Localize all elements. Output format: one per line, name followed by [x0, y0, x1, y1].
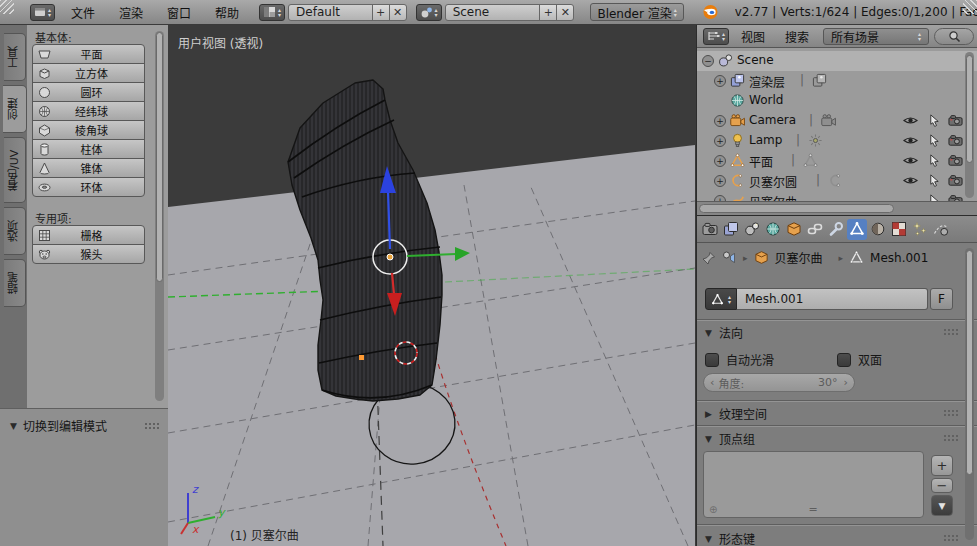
renderable-camera-icon[interactable] — [948, 154, 963, 167]
tab-options[interactable]: 选项 — [4, 207, 26, 255]
outliner-horizontal-scrollbar[interactable] — [697, 201, 977, 215]
tab-constraints[interactable] — [805, 219, 825, 240]
add-layout-button[interactable]: + — [372, 4, 390, 21]
texture-space-panel-header[interactable]: ▶ 纹理空间 — [705, 405, 967, 422]
operator-panel-header[interactable]: ▼ 切换到编辑模式 — [0, 409, 168, 434]
add-grid-button[interactable]: 栅格 — [32, 225, 145, 245]
menu-window[interactable]: 窗口 — [167, 4, 191, 21]
outliner-row-world[interactable]: World — [697, 91, 977, 111]
add-cylinder-button[interactable]: 柱体 — [32, 139, 145, 159]
tab-create[interactable]: 创建 — [3, 85, 27, 133]
double-sided-checkbox[interactable]: 双面 — [837, 351, 882, 368]
scrollbar-thumb[interactable] — [966, 250, 973, 475]
breadcrumb-object-name[interactable]: 贝塞尔曲 — [775, 249, 823, 266]
panel-grip-icon[interactable] — [144, 422, 160, 431]
panel-grip-icon[interactable] — [943, 409, 959, 418]
tab-object-data[interactable] — [847, 219, 867, 240]
tab-object[interactable] — [784, 219, 804, 240]
scrollbar-thumb[interactable] — [156, 32, 163, 282]
scene-name-field[interactable]: Scene — [445, 4, 541, 21]
tool-shelf-scrollbar[interactable] — [155, 31, 164, 401]
tab-grease-pencil[interactable]: 蜡笔 — [4, 259, 26, 307]
selectable-cursor-icon[interactable] — [927, 174, 942, 187]
shape-keys-panel-header[interactable]: ▼ 形态键 — [705, 530, 967, 546]
add-ico-sphere-button[interactable]: 棱角球 — [32, 120, 145, 140]
expand-icon[interactable]: + — [714, 75, 726, 87]
hide-eye-icon[interactable] — [903, 154, 918, 167]
outliner-row-plane[interactable]: + 平面 | — [697, 151, 977, 171]
pin-icon[interactable] — [702, 251, 716, 265]
checkbox-icon[interactable] — [705, 353, 719, 367]
fake-user-button[interactable]: F — [930, 288, 953, 310]
vertex-groups-panel-header[interactable]: ▼ 顶点组 — [705, 430, 967, 447]
renderable-camera-icon[interactable] — [948, 174, 963, 187]
outliner-row-bezier-circle[interactable]: + 贝塞尔圆 | — [697, 171, 977, 191]
menu-render[interactable]: 渲染 — [119, 4, 143, 21]
slider-left-arrow-icon[interactable]: ‹ — [710, 376, 714, 389]
tab-material[interactable] — [868, 219, 888, 240]
screen-layout-icon-button[interactable]: ▴▾ — [259, 4, 285, 21]
add-torus-button[interactable]: 环体 — [32, 177, 145, 197]
checkbox-icon[interactable] — [837, 353, 851, 367]
outliner-menu-search[interactable]: 搜索 — [785, 28, 809, 45]
object-icon[interactable] — [754, 250, 769, 265]
tab-render[interactable] — [700, 219, 720, 240]
expand-icon[interactable]: + — [714, 155, 726, 167]
tab-modifiers[interactable] — [826, 219, 846, 240]
outliner-row-scene[interactable]: − Scene — [697, 51, 977, 71]
selectable-cursor-icon[interactable] — [927, 114, 942, 127]
tab-tools[interactable]: 工具 — [4, 33, 26, 81]
remove-vertex-group-button[interactable]: − — [931, 478, 953, 493]
menu-file[interactable]: 文件 — [71, 4, 95, 21]
area-corner-grip[interactable] — [0, 0, 14, 14]
add-monkey-button[interactable]: 猴头 — [32, 244, 145, 264]
add-scene-button[interactable]: + — [539, 4, 557, 21]
tab-physics[interactable] — [931, 219, 951, 240]
collapse-icon[interactable]: − — [702, 55, 714, 67]
list-resize-grip-icon[interactable]: = — [808, 503, 818, 516]
tab-world[interactable] — [763, 219, 783, 240]
mesh-data-icon[interactable] — [849, 250, 864, 265]
properties-scrollbar[interactable] — [965, 248, 974, 540]
tab-particles[interactable] — [910, 219, 930, 240]
panel-grip-icon[interactable] — [943, 328, 959, 337]
add-plane-button[interactable]: 平面 — [32, 44, 145, 64]
3d-viewport[interactable]: 用户视图 (透视) (1) 贝塞尔曲 z y x — [168, 25, 696, 546]
selected-vertex[interactable] — [359, 355, 364, 360]
render-engine-dropdown[interactable]: Blender 渲染 ▴▾ — [590, 3, 683, 21]
vertex-groups-list[interactable]: ⊕ = — [703, 451, 924, 518]
list-filter-icon[interactable]: ⊕ — [709, 504, 717, 515]
panel-grip-icon[interactable] — [943, 534, 959, 543]
expand-icon[interactable]: + — [714, 135, 726, 147]
add-uv-sphere-button[interactable]: 经纬球 — [32, 101, 145, 121]
tab-shading-uv[interactable]: 着色/UV — [4, 137, 26, 203]
renderable-camera-icon[interactable] — [948, 134, 963, 147]
outliner-row-camera[interactable]: + Camera | — [697, 111, 977, 131]
properties-editor-icon[interactable] — [722, 251, 737, 265]
tab-render-layers[interactable] — [721, 219, 741, 240]
close-scene-button[interactable]: ✕ — [556, 4, 574, 21]
outliner-search-button[interactable] — [934, 28, 974, 45]
outliner-vertical-scrollbar[interactable] — [965, 52, 974, 198]
scrollbar-thumb[interactable] — [699, 204, 894, 213]
add-vertex-group-button[interactable]: + — [931, 455, 953, 476]
vertex-group-specials-button[interactable]: ▼ — [931, 495, 953, 516]
hide-eye-icon[interactable] — [903, 134, 918, 147]
tab-texture[interactable] — [889, 219, 909, 240]
expand-icon[interactable]: + — [714, 175, 726, 187]
normals-panel-header[interactable]: ▼ 法向 — [705, 324, 967, 341]
editor-type-button-info[interactable]: ▴▾ — [30, 4, 55, 21]
breadcrumb-data-name[interactable]: Mesh.001 — [870, 251, 928, 265]
menu-help[interactable]: 帮助 — [215, 4, 239, 21]
scene-icon-button[interactable]: ▴▾ — [416, 4, 442, 21]
area-corner-grip[interactable] — [963, 0, 977, 14]
add-cone-button[interactable]: 锥体 — [32, 158, 145, 178]
add-circle-button[interactable]: 圆环 — [32, 82, 145, 102]
screen-layout-field[interactable]: Default — [288, 4, 373, 21]
datablock-name-field[interactable]: Mesh.001 — [737, 288, 928, 310]
hide-eye-icon[interactable] — [903, 174, 918, 187]
mesh-datablock-dropdown[interactable]: ▴▾ — [705, 288, 737, 310]
scrollbar-thumb[interactable] — [966, 55, 973, 163]
auto-smooth-checkbox[interactable]: 自动光滑 — [705, 351, 774, 368]
selectable-cursor-icon[interactable] — [927, 134, 942, 147]
